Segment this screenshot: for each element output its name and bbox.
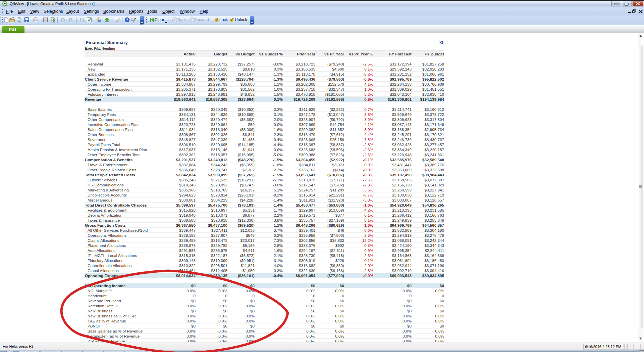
svg-text:?: ? <box>134 17 136 21</box>
svg-text:?: ? <box>126 18 128 22</box>
